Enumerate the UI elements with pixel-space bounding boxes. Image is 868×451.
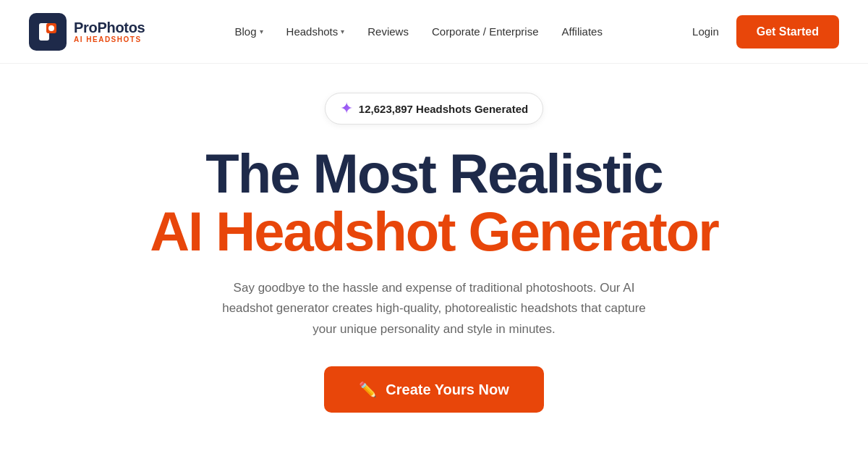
svg-point-2 [48, 25, 54, 31]
navigation: ProPhotos AI HEADSHOTS Blog ▾ Headshots … [0, 0, 868, 64]
nav-link-corporate[interactable]: Corporate / Enterprise [432, 25, 539, 38]
chevron-down-icon: ▾ [260, 28, 263, 35]
hero-subtext: Say goodbye to the hassle and expense of… [210, 278, 658, 341]
logo-text: ProPhotos AI HEADSHOTS [74, 20, 145, 43]
create-yours-now-button[interactable]: ✏️ Create Yours Now [324, 366, 543, 413]
nav-item-corporate: Corporate / Enterprise [432, 25, 539, 38]
nav-link-headshots[interactable]: Headshots ▾ [286, 25, 345, 38]
get-started-button[interactable]: Get Started [736, 15, 839, 49]
nav-link-reviews[interactable]: Reviews [367, 25, 409, 38]
nav-right: Login Get Started [692, 15, 839, 49]
nav-links-list: Blog ▾ Headshots ▾ Reviews Corporate / E… [235, 25, 603, 38]
nav-link-blog[interactable]: Blog ▾ [235, 25, 263, 38]
badge-text: 12,623,897 Headshots Generated [359, 103, 528, 115]
login-link[interactable]: Login [692, 25, 719, 38]
headshots-generated-badge: ✦ 12,623,897 Headshots Generated [325, 93, 543, 125]
nav-item-headshots: Headshots ▾ [286, 25, 345, 38]
headline-line2: AI Headshot Generator [150, 203, 718, 261]
nav-item-blog: Blog ▾ [235, 25, 263, 38]
nav-link-affiliates[interactable]: Affiliates [562, 25, 603, 38]
logo-name: ProPhotos [74, 20, 145, 35]
sparkle-icon: ✦ [340, 99, 353, 118]
logo-link[interactable]: ProPhotos AI HEADSHOTS [29, 13, 145, 51]
cta-label: Create Yours Now [386, 382, 509, 398]
logo-subtitle: AI HEADSHOTS [74, 35, 145, 43]
headline-line1: The Most Realistic [205, 145, 662, 203]
chevron-down-icon: ▾ [341, 28, 344, 35]
hero-section: ✦ 12,623,897 Headshots Generated The Mos… [0, 64, 868, 442]
logo-icon [29, 13, 67, 51]
wand-icon: ✏️ [359, 381, 377, 398]
nav-item-reviews: Reviews [367, 25, 409, 38]
nav-item-affiliates: Affiliates [562, 25, 603, 38]
